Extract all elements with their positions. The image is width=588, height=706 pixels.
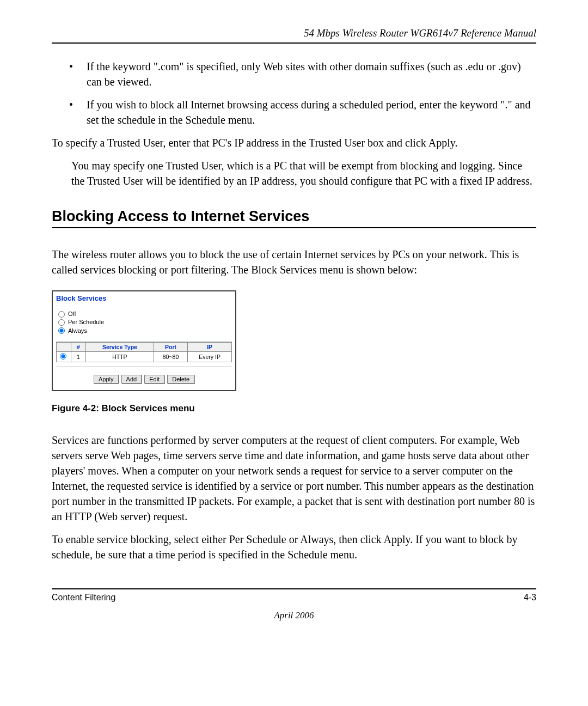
footer-right: 4-3 bbox=[524, 593, 536, 602]
footer-date: April 2006 bbox=[52, 610, 536, 621]
figure-block-services: Block Services Off Per Schedule Always bbox=[52, 290, 536, 414]
edit-button[interactable]: Edit bbox=[144, 375, 164, 384]
radio-off-input[interactable] bbox=[58, 311, 65, 318]
radio-per-schedule-input[interactable] bbox=[58, 319, 65, 326]
radio-off-label: Off bbox=[68, 310, 76, 318]
add-button[interactable]: Add bbox=[121, 375, 142, 384]
radio-off[interactable]: Off bbox=[58, 310, 232, 318]
trusted-user-intro: To specify a Trusted User, enter that PC… bbox=[52, 135, 536, 150]
footer-rule bbox=[52, 588, 536, 589]
radio-always-label: Always bbox=[68, 327, 87, 335]
delete-button[interactable]: Delete bbox=[167, 375, 194, 384]
header-rule bbox=[52, 42, 536, 44]
row-num: 1 bbox=[71, 352, 86, 362]
col-ip: IP bbox=[188, 343, 232, 352]
col-service-type: Service Type bbox=[86, 343, 154, 352]
section-rule bbox=[52, 227, 536, 228]
row-select-radio[interactable] bbox=[60, 353, 66, 360]
radio-always[interactable]: Always bbox=[58, 327, 232, 335]
radio-always-input[interactable] bbox=[58, 327, 65, 334]
row-service-type: HTTP bbox=[86, 352, 154, 362]
bullet-list: If the keyword ".com" is specified, only… bbox=[52, 59, 536, 127]
trusted-user-detail: You may specify one Trusted User, which … bbox=[71, 158, 536, 188]
table-header-row: # Service Type Port IP bbox=[57, 343, 232, 352]
section-heading: Blocking Access to Internet Services bbox=[52, 208, 536, 225]
radio-group: Off Per Schedule Always bbox=[53, 303, 235, 340]
block-services-screenshot: Block Services Off Per Schedule Always bbox=[52, 290, 236, 391]
bullet-item: If you wish to block all Internet browsi… bbox=[74, 97, 536, 127]
apply-button[interactable]: Apply bbox=[94, 375, 119, 384]
radio-per-schedule-label: Per Schedule bbox=[68, 318, 104, 326]
row-port: 80~80 bbox=[154, 352, 187, 362]
row-ip: Every IP bbox=[188, 352, 232, 362]
footer-row: Content Filtering 4-3 bbox=[52, 593, 536, 602]
col-num: # bbox=[71, 343, 86, 352]
enable-paragraph: To enable service blocking, select eithe… bbox=[52, 532, 536, 562]
radio-per-schedule[interactable]: Per Schedule bbox=[58, 318, 232, 326]
figure-caption: Figure 4-2: Block Services menu bbox=[52, 403, 536, 414]
services-table: # Service Type Port IP 1 HTTP 80~80 Ever… bbox=[56, 342, 232, 362]
button-row: Apply Add Edit Delete bbox=[53, 367, 235, 385]
running-head: 54 Mbps Wireless Router WGR614v7 Referen… bbox=[52, 27, 536, 39]
row-select-cell[interactable] bbox=[57, 352, 71, 362]
section-intro: The wireless router allows you to block … bbox=[52, 247, 536, 277]
table-row: 1 HTTP 80~80 Every IP bbox=[57, 352, 232, 362]
footer-left: Content Filtering bbox=[52, 593, 115, 602]
col-select bbox=[57, 343, 71, 352]
col-port: Port bbox=[154, 343, 187, 352]
services-paragraph: Services are functions performed by serv… bbox=[52, 433, 536, 524]
panel-title: Block Services bbox=[53, 291, 235, 303]
bullet-item: If the keyword ".com" is specified, only… bbox=[74, 59, 536, 89]
